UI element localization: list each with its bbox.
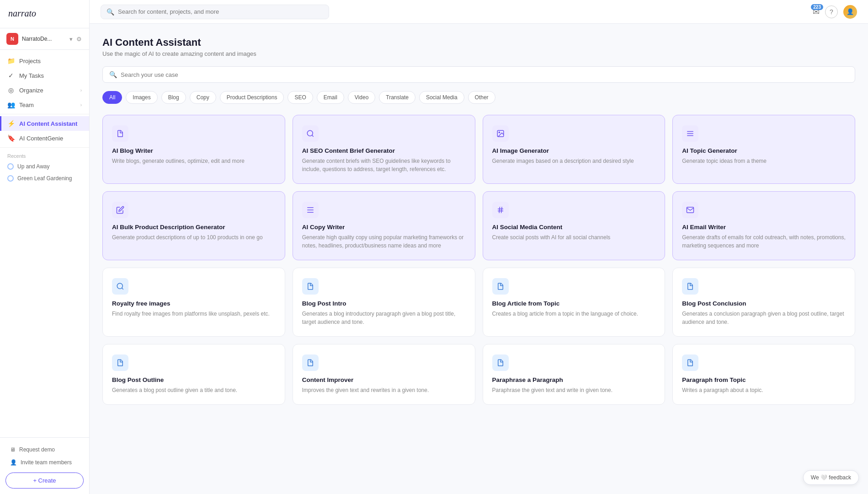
sidebar-item-ai-genie[interactable]: 🔖 AI ContentGenie — [0, 131, 89, 145]
card-desc-blog-article-topic: Creates a blog article from a topic in t… — [492, 310, 656, 318]
sidebar-item-ai-content[interactable]: ⚡ AI Content Assistant — [0, 116, 89, 131]
account-dropdown-btn[interactable]: ▾ — [69, 35, 74, 43]
request-demo-btn[interactable]: 🖥 Request demo — [5, 443, 84, 456]
sidebar-item-projects-label: Projects — [19, 58, 41, 64]
filter-tab-copy[interactable]: Copy — [190, 91, 216, 104]
card-title-ai-social-media: AI Social Media Content — [492, 224, 656, 231]
card-title-ai-topic-generator: AI Topic Generator — [682, 147, 846, 154]
card-icon-blog-post-outline — [112, 354, 128, 371]
tasks-icon: ✓ — [7, 72, 15, 79]
card-ai-email-writer[interactable]: AI Email Writer Generate drafts of email… — [672, 191, 855, 260]
card-desc-paraphrase-paragraph: Paraphrase the given text and write in g… — [492, 386, 656, 394]
card-icon-ai-blog-writer — [112, 125, 128, 142]
sidebar-item-tasks[interactable]: ✓ My Tasks — [0, 68, 89, 83]
card-desc-ai-image-generator: Generate images based on a description a… — [492, 157, 656, 165]
card-content-improver[interactable]: Content Improver Improves the given text… — [293, 344, 475, 405]
card-blog-post-intro[interactable]: Blog Post Intro Generates a blog introdu… — [293, 268, 475, 337]
notifications-btn[interactable]: ✉ 223 — [813, 7, 820, 17]
card-title-ai-copy-writer: AI Copy Writer — [302, 224, 466, 231]
page-subtitle: Use the magic of AI to create amazing co… — [102, 50, 855, 57]
card-ai-blog-writer[interactable]: AI Blog Writer Write blogs, generate out… — [102, 115, 285, 184]
card-blog-post-conclusion[interactable]: Blog Post Conclusion Generates a conclus… — [672, 268, 855, 337]
filter-tab-video[interactable]: Video — [348, 91, 375, 104]
filter-tab-translate[interactable]: Translate — [379, 91, 415, 104]
account-icons: ▾ ⚙ — [69, 35, 83, 43]
card-icon-ai-copy-writer — [302, 202, 319, 218]
card-icon-paraphrase-paragraph — [492, 354, 509, 371]
card-title-ai-blog-writer: AI Blog Writer — [112, 147, 276, 154]
card-icon-ai-bulk-product — [112, 202, 128, 218]
header: 🔍 ✉ 223 ? 👤 — [90, 0, 868, 24]
card-desc-ai-copy-writer: Generate high quality copy using popular… — [302, 233, 466, 250]
card-royalty-free-images[interactable]: Royalty free images Find royalty free im… — [102, 268, 285, 337]
sidebar-item-ai-genie-label: AI ContentGenie — [19, 135, 63, 142]
filter-tab-all[interactable]: All — [102, 91, 122, 104]
global-search-bar[interactable]: 🔍 — [101, 5, 329, 19]
filter-tab-seo[interactable]: SEO — [288, 91, 313, 104]
svg-line-2 — [312, 135, 313, 136]
global-search-input[interactable] — [118, 8, 323, 15]
sidebar-item-team[interactable]: 👥 Team › — [0, 97, 89, 112]
sidebar-item-tasks-label: My Tasks — [19, 72, 44, 79]
recent-item-up-and-away-label: Up and Away — [17, 163, 50, 170]
card-title-ai-email-writer: AI Email Writer — [682, 224, 846, 231]
card-ai-seo-brief[interactable]: AI SEO Content Brief Generator Generate … — [293, 115, 475, 184]
card-blog-article-topic[interactable]: Blog Article from Topic Creates a blog a… — [483, 268, 666, 337]
card-icon-ai-topic-generator — [682, 125, 698, 142]
cards-grid: AI Blog Writer Write blogs, generate out… — [102, 115, 855, 405]
sidebar-item-team-label: Team — [19, 102, 34, 108]
sidebar-item-organize-label: Organize — [19, 87, 43, 94]
card-icon-ai-social-media — [492, 202, 509, 218]
create-button[interactable]: + Create — [5, 473, 84, 489]
header-right: ✉ 223 ? 👤 — [813, 5, 857, 19]
recent-item-up-and-away[interactable]: Up and Away — [0, 161, 89, 172]
card-ai-social-media[interactable]: AI Social Media Content Create social po… — [483, 191, 666, 260]
card-ai-copy-writer[interactable]: AI Copy Writer Generate high quality cop… — [293, 191, 475, 260]
request-demo-label: Request demo — [19, 446, 55, 453]
card-ai-topic-generator[interactable]: AI Topic Generator Generate topic ideas … — [672, 115, 855, 184]
card-paraphrase-paragraph[interactable]: Paraphrase a Paragraph Paraphrase the gi… — [483, 344, 666, 405]
card-desc-ai-topic-generator: Generate topic ideas from a theme — [682, 157, 846, 165]
help-btn[interactable]: ? — [825, 5, 838, 18]
card-title-paragraph-from-topic: Paragraph from Topic — [682, 376, 846, 383]
filter-tabs: All Images Blog Copy Product Description… — [102, 91, 855, 104]
feedback-button[interactable]: We 🤍 feedback — [803, 470, 859, 485]
sidebar-item-ai-content-label: AI Content Assistant — [19, 120, 77, 127]
projects-icon: 📁 — [7, 57, 15, 64]
user-avatar[interactable]: 👤 — [843, 5, 857, 19]
svg-line-14 — [501, 207, 502, 213]
filter-tab-social-media[interactable]: Social Media — [419, 91, 464, 104]
card-desc-blog-post-conclusion: Generates a conclusion paragraph given a… — [682, 310, 846, 326]
filter-tab-other[interactable]: Other — [468, 91, 495, 104]
use-case-search-icon: 🔍 — [109, 71, 117, 78]
account-settings-btn[interactable]: ⚙ — [75, 35, 83, 43]
invite-team-icon: 👤 — [10, 459, 17, 466]
filter-tab-blog[interactable]: Blog — [161, 91, 186, 104]
filter-tab-email[interactable]: Email — [317, 91, 344, 104]
card-icon-royalty-free-images — [112, 278, 128, 295]
card-ai-bulk-product[interactable]: AI Bulk Product Description Generator Ge… — [102, 191, 285, 260]
filter-tab-images[interactable]: Images — [126, 91, 157, 104]
card-icon-ai-image-generator — [492, 125, 509, 142]
svg-point-1 — [307, 130, 313, 136]
invite-team-btn[interactable]: 👤 Invite team members — [5, 456, 84, 469]
use-case-search-bar[interactable]: 🔍 — [102, 66, 855, 83]
card-paragraph-from-topic[interactable]: Paragraph from Topic Writes a paragraph … — [672, 344, 855, 405]
organize-icon: ◎ — [7, 86, 15, 94]
svg-line-16 — [122, 288, 123, 289]
sidebar-item-projects[interactable]: 📁 Projects — [0, 54, 89, 68]
sidebar-item-organize[interactable]: ◎ Organize › — [0, 83, 89, 97]
filter-tab-product-descriptions[interactable]: Product Descriptions — [220, 91, 284, 104]
card-title-blog-article-topic: Blog Article from Topic — [492, 300, 656, 307]
card-desc-ai-bulk-product: Generate product descriptions of up to 1… — [112, 233, 276, 242]
card-desc-royalty-free-images: Find royalty free images from platforms … — [112, 310, 276, 318]
card-icon-content-improver — [302, 354, 319, 371]
use-case-search-input[interactable] — [121, 71, 848, 78]
nav-divider — [0, 114, 89, 114]
card-blog-post-outline[interactable]: Blog Post Outline Generates a blog post … — [102, 344, 285, 405]
recent-item-green-leaf[interactable]: Green Leaf Gardening — [0, 172, 89, 184]
card-title-blog-post-conclusion: Blog Post Conclusion — [682, 300, 846, 307]
card-ai-image-generator[interactable]: AI Image Generator Generate images based… — [483, 115, 666, 184]
feedback-label: We 🤍 feedback — [811, 474, 851, 481]
request-demo-icon: 🖥 — [10, 446, 16, 453]
